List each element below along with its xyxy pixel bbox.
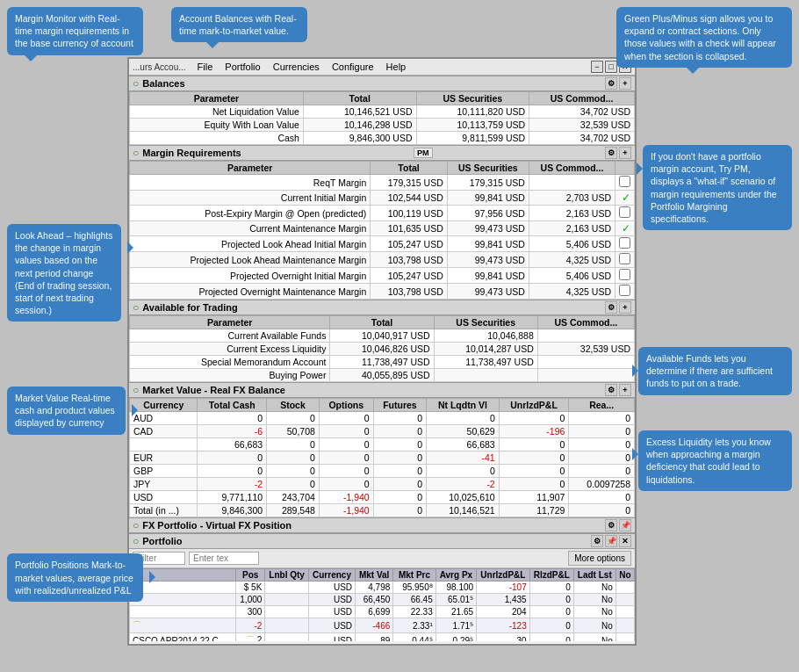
row-cell: 100,119 USD [371,206,448,221]
fxport-config-icon[interactable]: ⚙ [605,519,617,531]
table-row: AUD 0 0 0 0 0 0 0 [130,412,635,425]
row-cell: -2 [427,478,500,491]
table-row: Buying Power 40,055,895 USD [130,369,635,382]
row-cell: 300 [235,606,264,618]
row-cell: 10,046,826 USD [330,343,434,356]
row-check[interactable]: ✓ [615,221,635,236]
tooltip-look-ahead: Look Ahead – highlights the change in ma… [7,224,121,322]
menu-file[interactable]: File [192,61,219,73]
row-cell: 11,729 [499,504,569,517]
row-cell: -107 [477,582,530,594]
margin-plus-icon[interactable]: + [619,147,631,159]
margin-config-icon[interactable]: ⚙ [605,147,617,159]
mv-col-unrlzd: UnrlzdP&L [499,399,569,412]
row-cell: 10,146,521 USD [303,105,416,119]
fxport-pin-icon[interactable]: 📌 [619,519,631,531]
row-cell: 0 [427,412,500,425]
mv-config-icon[interactable]: ⚙ [605,384,617,396]
balances-col-parameter: Parameter [130,92,304,105]
row-check[interactable]: ✓ [615,191,635,206]
margin-expand-icon[interactable]: ○ [133,147,139,159]
row-cell: Special Memorandum Account [130,356,330,369]
row-cell: USD [308,582,355,594]
row-cell: Buying Power [130,369,330,382]
mv-plus-icon[interactable]: + [619,384,631,396]
row-cell: 0.44⁵ [393,633,435,642]
row-cell: 1.71⁵ [435,618,476,633]
menu-bar: ...urs Accou... File Portfolio Currencie… [129,59,635,76]
table-row: CAD -6 50,708 0 0 50,629 -196 0 [130,425,635,438]
row-cell: Projected Overnight Maintenance Margin [130,284,371,300]
row-cell: CAD [130,425,198,438]
row-cell: 32,539 USD [537,343,634,356]
row-cell [615,606,634,618]
row-cell: -2 [198,478,267,491]
enter-text-input[interactable] [189,552,259,565]
balances-config-icon[interactable]: ⚙ [605,77,617,90]
pm-badge[interactable]: PM [414,148,433,158]
row-cell: 99,473 USD [447,252,529,268]
row-cell: -2 [235,618,264,633]
balances-expand-icon[interactable]: ○ [133,77,139,90]
aft-config-icon[interactable]: ⚙ [605,301,617,314]
row-cell: 50,629 [427,425,500,438]
row-check[interactable] [615,175,635,191]
portfolio-pin-icon[interactable]: 📌 [605,535,617,547]
balances-plus-icon[interactable]: + [619,77,631,90]
row-check[interactable] [615,236,635,252]
minimize-button[interactable]: − [591,61,603,73]
row-cell [130,594,236,606]
menu-configure[interactable]: Configure [327,61,379,73]
fxport-expand-icon[interactable]: ○ [133,519,139,531]
maximize-button[interactable]: □ [605,61,617,73]
portfolio-expand-icon[interactable]: ○ [133,535,139,547]
aft-col-us-securities: US Securities [434,316,537,329]
row-cell: Current Excess Liquidity [130,343,330,356]
window-title: ...urs Accou... [133,62,186,72]
row-cell: 0 [499,438,569,452]
port-col-unrlzd: UnrlzdP&L [477,569,530,582]
row-check[interactable] [615,252,635,268]
row-cell [130,582,236,594]
menu-currencies[interactable]: Currencies [268,61,325,73]
aft-table: Parameter Total US Securities US Commod.… [129,315,635,382]
row-cell: 0 [198,452,267,465]
window-content[interactable]: ○ Balances ⚙ + Parameter Total US Securi… [129,76,635,641]
aft-section-header: ○ Available for Trading ⚙ + [129,300,635,315]
aft-section-icons: ⚙ + [605,301,631,314]
port-col-lnbl-qty: Lnbl Qty [265,569,309,582]
row-cell: 89 [356,633,393,642]
row-cell: -41 [427,452,500,465]
portfolio-config-icon[interactable]: ⚙ [591,535,603,547]
port-col-mkt-val: Mkt Val [356,569,393,582]
row-check[interactable] [615,206,635,221]
row-cell: No [573,606,615,618]
row-cell: No [573,633,615,642]
row-cell: EUR [130,452,198,465]
aft-expand-icon[interactable]: ○ [133,301,139,314]
row-cell [265,633,309,642]
port-col-avrg-px: Avrg Px [435,569,476,582]
row-cell: JPY [130,478,198,491]
mv-col-stock: Stock [267,399,320,412]
portfolio-table: Pos Lnbl Qty Currency Mkt Val Mkt Prc Av… [129,568,635,641]
row-check[interactable] [615,284,635,300]
menu-portfolio[interactable]: Portfolio [220,61,265,73]
aft-plus-icon[interactable]: + [619,301,631,314]
menu-help[interactable]: Help [381,61,412,73]
table-row: 300 USD 6,699 22.33 21.65 204 0 No [130,606,635,618]
row-cell: 103,798 USD [371,284,448,300]
arrow-icon: ⌒ [246,635,255,641]
mv-expand-icon[interactable]: ○ [133,384,139,396]
table-row: Current Excess Liquidity 10,046,826 USD … [130,343,635,356]
portfolio-close-icon[interactable]: ✕ [619,535,631,547]
row-cell: 32,539 USD [529,119,635,132]
row-cell: 9,811,599 USD [416,132,529,145]
row-cell: 34,702 USD [529,105,635,119]
row-cell: USD [308,633,355,642]
row-cell: USD [308,594,355,606]
row-cell: 99,841 USD [447,191,529,206]
mv-col-currency: Currency [130,399,198,412]
more-options-button[interactable]: More options [568,551,631,566]
row-check[interactable] [615,268,635,284]
